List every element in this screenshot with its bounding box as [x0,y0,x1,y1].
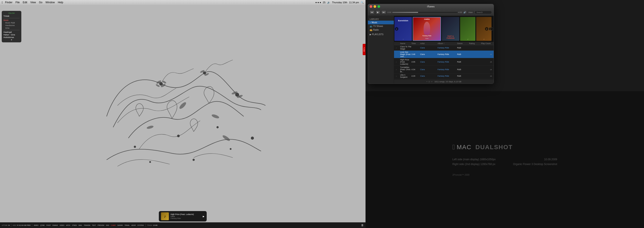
side-tab[interactable]: TUNE [363,44,366,55]
next-button[interactable]: ⏭ [382,10,386,14]
taskbar-app-mail[interactable]: MAIL [78,225,82,226]
play-button[interactable]: ▶ [376,10,380,14]
progress-track[interactable] [392,12,458,13]
menu-finder[interactable]: Finder [5,1,12,4]
search-input[interactable] [474,11,492,14]
widget-item-handsome[interactable]: Handsome [4,24,20,27]
menu-volume-icon[interactable]: 🔊 [327,1,330,4]
song-icon: ♪ [396,53,400,55]
taskbar-app-trmal[interactable]: TRMAL [124,225,130,226]
back-icon[interactable]: ↩ [431,81,433,83]
album-item-ciara-fantasy[interactable]: CIARA Fantasy Ride Ciara [413,17,441,41]
hdd-value: 74 %,5·04 GB FREE [16,225,30,226]
window-close-button[interactable] [370,5,372,8]
menu-file[interactable]: File [16,1,20,4]
taskbar-app-digi[interactable]: DIGI [106,225,110,226]
menu-edit[interactable]: Edit [23,1,27,4]
widget-expand-button[interactable]: ▼ [4,39,20,41]
song-album: Fantasy Ride [438,53,457,55]
taskbar-app-preview[interactable]: PREVEW [97,225,105,226]
menu-help[interactable]: Help [58,1,63,4]
widget-item-hododomas[interactable]: Hododomas [4,36,20,39]
album-scroll-left[interactable]: ‹ [395,27,398,31]
album-item-fast-furious[interactable]: FAST &FURIOUS [442,17,459,41]
screenshot-title: Organic Flower 3 Desktop Screenshot [513,162,557,167]
table-row[interactable]: ♪ High Price (Feat. Ludacris) 4:05 Ciara… [394,58,494,66]
widget-item-tristak[interactable]: Tristak [4,15,20,17]
col-artist[interactable]: Artist [420,42,438,44]
taskbar-app-dwave[interactable]: DWAVE [52,225,58,226]
song-genre: R&B [457,53,469,55]
song-artist: Ciara [420,61,438,63]
song-icon: ♪ [396,75,400,77]
apple-menu[interactable]:  [2,1,3,4]
song-name: Ciara To The Stage [400,46,412,50]
svg-point-17 [192,159,195,161]
taskbar-app-index[interactable]: INDEX [34,225,39,226]
table-row[interactable]: ♪ Love Sex Magic (Feat. Just... 3:48 Cia… [394,51,494,58]
taskbar-app-cbar[interactable]: C-BAR [110,225,116,226]
sidebar-item-music[interactable]: ♪ Music [368,21,394,24]
menu-count: 25 [323,1,326,4]
left-display:  Finder File Edit View Go Window Help ●… [0,0,366,228]
widget-item-music-rnb[interactable]: Music R&B [4,21,20,24]
fullscreen-button[interactable]: ⤢ [489,27,493,30]
svg-point-6 [203,71,206,75]
widget-item-hakan[interactable]: Hakan - Gina [4,33,20,36]
taskbar: UPTIME 34 HDD 74 %,5·04 GB FREE INDEX QT… [0,222,366,228]
taskbar-app-text[interactable]: TEXT [92,225,96,226]
table-row[interactable]: ♪ Turntables (Feat. Chris Br... 4:34 Cia… [394,66,494,73]
song-icon: ♪ [396,47,400,49]
add-icon[interactable]: + [426,81,428,83]
menu-items: Finder File Edit View Go Window Help [5,1,63,4]
trash-icon[interactable]: 🗑 [361,224,364,227]
widget-item-haatingal[interactable]: Haatingal [4,31,20,33]
playlists-label: ▶ PLAYLISTS [370,33,383,36]
album-scroll-right[interactable]: › [485,27,488,31]
widget-separator-2 [4,30,20,30]
prev-button[interactable]: ⏮ [370,10,374,14]
col-time[interactable]: Time [412,42,420,44]
taskbar-app-qtme[interactable]: QTME [40,225,45,226]
dualshot-info: Left side (main display) 1680x1050px Rig… [452,157,496,167]
col-name[interactable]: Name [400,42,412,44]
album-item-4[interactable]: ♬ [460,17,476,41]
uptime-label: UPTIME [2,225,8,226]
col-plays[interactable]: Play Count [481,42,492,44]
view-button[interactable]: View [467,11,474,14]
menu-window[interactable]: Window [46,1,55,4]
table-row[interactable]: ♪ Ciara To The Stage Ciara Fantasy Ride … [394,45,494,51]
col-album[interactable]: Album ↑ [438,42,457,44]
sidebar-item-tvshows[interactable]: 📺 TV Shows [368,24,394,28]
widget-item-music[interactable]: Music [4,19,20,21]
taskbar-app-phop[interactable]: PHOP [46,225,51,226]
music-notification-bar[interactable]: ♪ High Price (Feat. Ludacris) Ciara Fant… [159,211,207,222]
song-album: Fantasy Ride [438,47,457,49]
taskbar-app-safari[interactable]: SAFARI [117,225,123,226]
col-rating[interactable]: Rating [469,42,481,44]
table-row[interactable]: ♪ Like A Surgeon 4:29 Ciara Fantasy Ride… [394,73,494,79]
sidebar-music-label: Music [372,21,377,24]
taskbar-app-adur[interactable]: ADUR [131,225,136,226]
song-list-header: Name Time Artist Album ↑ Genre Rating Pl… [394,42,494,45]
taskbar-app-video[interactable]: VIDEO [59,225,65,226]
song-list[interactable]: Name Time Artist Album ↑ Genre Rating Pl… [394,42,494,79]
taskbar-app-itunes[interactable]: JTNES [72,225,77,226]
burn-icon[interactable]: ⊙ [428,81,430,83]
mac-dualshot-logo:  MAC DUALSHOT [452,143,512,151]
menu-search-icon[interactable]: 🔍 [361,1,364,4]
svg-point-12 [134,146,136,148]
sidebar-item-radio[interactable]: 📻 Radio [368,28,394,32]
menu-view[interactable]: View [30,1,36,4]
widget-item-gina[interactable]: Gina [4,27,20,29]
sidebar-playlists[interactable]: ▶ PLAYLISTS [368,33,394,36]
taskbar-app-transm[interactable]: TRANSM [83,225,91,226]
music-expand-icon[interactable]: ▶ [203,215,204,218]
window-minimize-button[interactable] [374,5,376,8]
menu-go[interactable]: Go [39,1,42,4]
window-maximize-button[interactable] [378,5,380,8]
taskbar-app-afox[interactable]: AFOX [66,225,71,226]
svg-point-20 [211,114,220,119]
taskbar-app-system[interactable]: SYSTEM [137,225,144,226]
col-genre[interactable]: Genre [457,42,469,44]
